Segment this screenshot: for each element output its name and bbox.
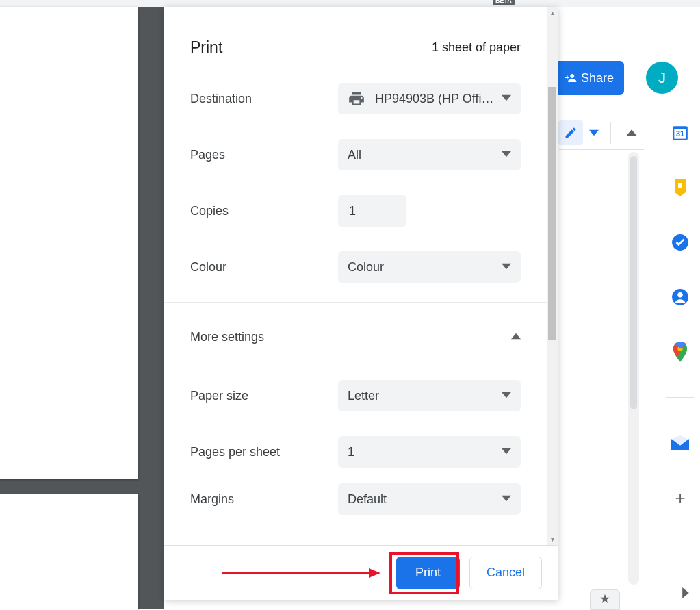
- colour-value: Colour: [348, 260, 384, 275]
- tasks-icon[interactable]: [671, 233, 690, 252]
- destination-value: HP94903B (HP OfficeJ: [375, 92, 498, 106]
- print-button[interactable]: Print: [396, 557, 460, 589]
- more-settings-toggle[interactable]: More settings: [190, 309, 521, 368]
- beta-badge: BETA: [493, 0, 515, 5]
- explore-button[interactable]: [590, 589, 620, 610]
- more-settings-label: More settings: [190, 330, 264, 344]
- share-button[interactable]: Share: [554, 61, 624, 95]
- svg-rect-3: [678, 183, 682, 188]
- pages-per-sheet-value: 1: [348, 445, 354, 459]
- pencil-icon: [564, 126, 578, 140]
- chevron-down-icon: [502, 492, 511, 507]
- add-on-plus-icon[interactable]: +: [671, 488, 690, 507]
- keep-icon[interactable]: [671, 178, 690, 197]
- annotation-arrow: [222, 566, 386, 580]
- explore-icon: [598, 593, 612, 607]
- copies-input[interactable]: 1: [338, 195, 406, 227]
- destination-select[interactable]: HP94903B (HP OfficeJ: [338, 83, 521, 114]
- pages-per-sheet-label: Pages per sheet: [190, 445, 338, 459]
- svg-text:31: 31: [676, 129, 684, 138]
- avatar-initial: J: [658, 69, 666, 87]
- paper-size-label: Paper size: [190, 389, 338, 403]
- contacts-icon[interactable]: [671, 288, 690, 307]
- paper-size-value: Letter: [348, 389, 379, 403]
- editing-mode-dropdown[interactable]: [586, 120, 602, 145]
- scroll-down-icon[interactable]: ▾: [547, 533, 558, 545]
- dialog-scrollbar[interactable]: ▴ ▾: [547, 7, 558, 545]
- pages-value: All: [348, 148, 361, 162]
- chevron-down-icon: [502, 389, 511, 403]
- chevron-up-icon: [626, 129, 637, 136]
- person-add-icon: [565, 72, 577, 84]
- preview-page-1: [0, 7, 138, 479]
- chevron-down-icon: [502, 445, 511, 459]
- chevron-down-icon: [502, 148, 511, 162]
- toolbar-divider: [610, 122, 611, 144]
- print-button-label: Print: [415, 565, 441, 579]
- chevron-down-icon: [502, 92, 511, 106]
- dialog-divider: [164, 302, 547, 303]
- editing-mode-toolbar: [558, 118, 644, 148]
- colour-label: Colour: [190, 260, 338, 275]
- collapse-toolbar-button[interactable]: [619, 120, 644, 145]
- print-dialog-title: Print: [190, 38, 222, 57]
- svg-point-6: [677, 292, 683, 298]
- paper-size-select[interactable]: Letter: [338, 380, 521, 411]
- chevron-down-icon: [589, 128, 599, 138]
- share-button-label: Share: [581, 71, 614, 86]
- margins-label: Margins: [190, 492, 338, 507]
- print-dialog: Print 1 sheet of paper Destination HP949…: [164, 7, 558, 600]
- margins-select[interactable]: Default: [338, 483, 521, 515]
- preview-page-2: [0, 494, 138, 610]
- svg-marker-9: [369, 568, 380, 578]
- chevron-down-icon: [502, 260, 511, 275]
- pages-label: Pages: [190, 148, 338, 162]
- hide-side-panel-button[interactable]: [682, 586, 689, 602]
- chevron-up-icon: [511, 331, 521, 344]
- scrollbar-thumb[interactable]: [548, 87, 556, 340]
- copies-label: Copies: [190, 204, 338, 218]
- maps-icon[interactable]: [671, 342, 690, 361]
- cancel-button[interactable]: Cancel: [469, 557, 542, 589]
- scroll-up-icon[interactable]: ▴: [547, 7, 558, 18]
- print-preview-pane: [0, 7, 164, 609]
- document-scrollbar[interactable]: [628, 152, 639, 585]
- pages-per-sheet-select[interactable]: 1: [338, 436, 521, 468]
- inbox-icon[interactable]: [671, 433, 690, 453]
- dialog-footer: Print Cancel: [164, 545, 558, 600]
- copies-value: 1: [349, 204, 356, 218]
- avatar[interactable]: J: [646, 62, 678, 94]
- sheet-count: 1 sheet of paper: [432, 40, 521, 55]
- destination-label: Destination: [190, 92, 338, 106]
- margins-value: Default: [348, 492, 387, 507]
- editing-mode-button[interactable]: [558, 120, 583, 145]
- scrollbar-thumb[interactable]: [630, 156, 637, 409]
- colour-select[interactable]: Colour: [338, 251, 521, 283]
- browser-toolbar: BETA: [0, 0, 700, 7]
- pages-select[interactable]: All: [338, 139, 521, 170]
- side-panel: 31 +: [660, 123, 700, 507]
- printer-icon: [348, 90, 365, 107]
- cancel-button-label: Cancel: [487, 565, 525, 579]
- calendar-icon[interactable]: 31: [671, 123, 690, 142]
- side-panel-divider: [666, 397, 694, 398]
